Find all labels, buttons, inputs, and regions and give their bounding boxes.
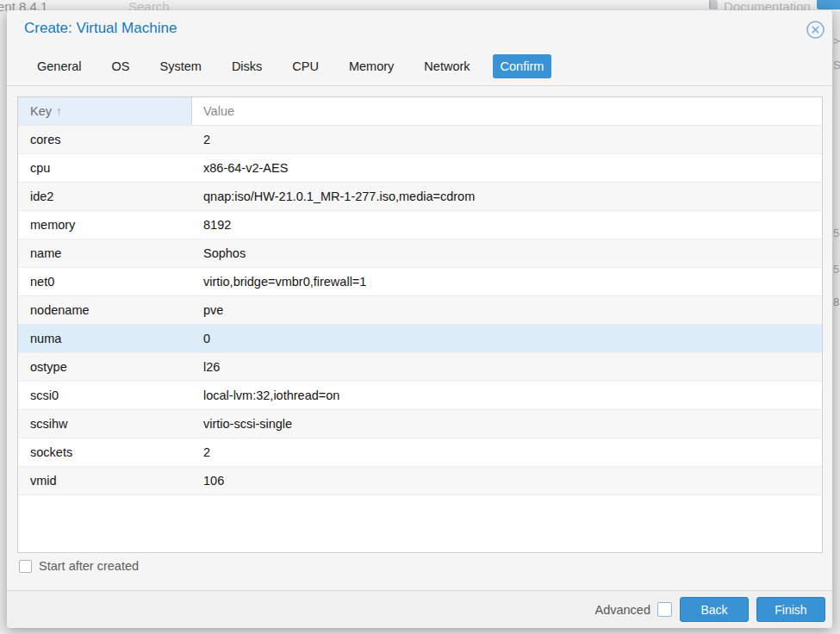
row-key: scsi0 (18, 388, 192, 402)
row-value: 0 (192, 332, 822, 345)
create-vm-dialog: Create: Virtual Machine General OS Syste… (7, 10, 832, 628)
header-divider (7, 85, 832, 86)
table-row-sockets[interactable]: sockets 2 (18, 438, 822, 467)
background-glyph: 8 (833, 295, 839, 308)
dialog-footer: Advanced Back Finish (7, 590, 832, 628)
header-button-fragment (817, 0, 840, 9)
table-row-memory[interactable]: memory 8192 (18, 211, 822, 239)
grid-header-row: Key ↑ Value (18, 97, 822, 126)
row-key: net0 (18, 275, 192, 289)
row-key: sockets (18, 445, 192, 459)
tab-system[interactable]: System (152, 54, 209, 78)
row-value: virtio-scsi-single (192, 417, 822, 431)
tab-cpu[interactable]: CPU (284, 54, 327, 78)
column-header-value[interactable]: Value (192, 97, 822, 125)
row-key: cpu (18, 161, 192, 175)
background-glyph: > (833, 34, 840, 47)
row-value: 106 (192, 474, 822, 488)
back-button[interactable]: Back (680, 597, 749, 622)
row-key: memory (18, 218, 192, 232)
row-value: pve (192, 303, 822, 317)
row-value: 2 (192, 445, 822, 459)
background-glyph: 5 (833, 263, 839, 276)
row-key: cores (18, 133, 192, 146)
tab-os[interactable]: OS (104, 54, 138, 78)
row-value: local-lvm:32,iothread=on (192, 388, 822, 402)
row-key: name (18, 246, 192, 260)
table-row-scsi0[interactable]: scsi0 local-lvm:32,iothread=on (18, 382, 822, 410)
row-key: vmid (18, 474, 192, 488)
background-glyph: 5 (833, 227, 839, 239)
page-right-background: > S 5 5 8 (832, 11, 840, 634)
start-after-created-option[interactable]: Start after created (19, 559, 139, 573)
table-row-ostype[interactable]: ostype l26 (18, 353, 822, 382)
row-key: ostype (18, 360, 192, 374)
table-row-name[interactable]: name Sophos (18, 239, 822, 268)
dialog-title: Create: Virtual Machine (24, 20, 177, 37)
row-value: qnap:iso/HW-21.0.1_MR-1-277.iso,media=cd… (192, 190, 822, 203)
key-header-label: Key (30, 104, 52, 118)
tab-general[interactable]: General (29, 54, 90, 78)
row-key: numa (18, 332, 192, 345)
advanced-label: Advanced (595, 603, 651, 617)
table-row-vmid[interactable]: vmid 106 (18, 467, 822, 495)
row-value: x86-64-v2-AES (192, 161, 822, 175)
row-value: Sophos (192, 246, 822, 260)
tab-disks[interactable]: Disks (224, 54, 270, 78)
start-after-created-checkbox[interactable] (19, 560, 32, 573)
tab-network[interactable]: Network (416, 54, 477, 78)
close-icon[interactable] (804, 18, 826, 40)
confirm-settings-grid: Key ↑ Value cores 2 cpu x86-64-v2-AES id… (17, 96, 823, 553)
table-row-cpu[interactable]: cpu x86-64-v2-AES (18, 154, 822, 183)
sort-ascending-icon: ↑ (56, 104, 62, 118)
row-key: ide2 (18, 190, 192, 203)
table-row-cores[interactable]: cores 2 (18, 126, 822, 154)
advanced-checkbox[interactable] (657, 602, 672, 617)
row-key: scsihw (18, 417, 192, 431)
wizard-tabbar: General OS System Disks CPU Memory Netwo… (29, 53, 551, 79)
table-row-ide2[interactable]: ide2 qnap:iso/HW-21.0.1_MR-1-277.iso,med… (18, 183, 822, 211)
background-glyph: S (833, 59, 840, 71)
tab-memory[interactable]: Memory (341, 54, 401, 78)
table-row-nodename[interactable]: nodename pve (18, 296, 822, 325)
table-row-scsihw[interactable]: scsihw virtio-scsi-single (18, 410, 822, 438)
documentation-icon (706, 0, 719, 10)
finish-button[interactable]: Finish (756, 597, 825, 622)
table-row-numa[interactable]: numa 0 (18, 325, 822, 353)
row-value: 2 (192, 133, 822, 146)
column-header-key[interactable]: Key ↑ (18, 97, 192, 125)
row-value: 8192 (192, 218, 822, 232)
value-header-label: Value (203, 104, 234, 118)
row-value: l26 (192, 360, 822, 374)
row-value: virtio,bridge=vmbr0,firewall=1 (192, 275, 822, 289)
tab-confirm[interactable]: Confirm (493, 54, 552, 78)
start-after-created-label: Start after created (39, 559, 139, 573)
row-key: nodename (18, 303, 192, 317)
table-row-net0[interactable]: net0 virtio,bridge=vmbr0,firewall=1 (18, 268, 822, 296)
